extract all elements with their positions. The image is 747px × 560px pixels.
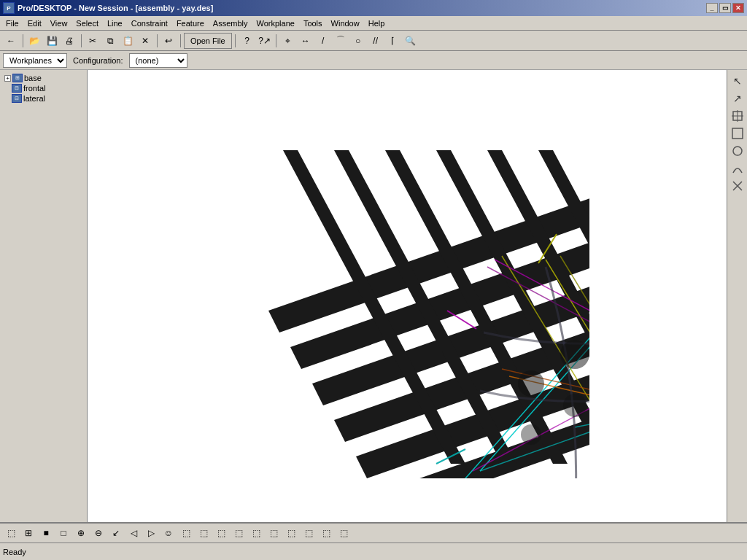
save-button[interactable]: 💾 bbox=[44, 33, 60, 49]
rt-cross-btn[interactable] bbox=[729, 178, 746, 194]
main-area: + ⊞ base ⊟ frontal ⊟ lateral bbox=[0, 70, 747, 522]
main-toolbar: ← 📂 💾 🖨 ✂ ⧉ 📋 ✕ ↩ Open File ? ?↗ ⌖ ↔ / ⌒… bbox=[0, 31, 747, 51]
bt-move-btn[interactable]: ⬚ bbox=[213, 525, 229, 541]
svg-point-34 bbox=[521, 424, 541, 445]
bt-wire-btn[interactable]: □ bbox=[55, 525, 71, 541]
workplane-bar: Workplanes Configuration: (none) bbox=[0, 51, 747, 70]
workplane-select[interactable]: Workplanes bbox=[3, 53, 67, 68]
tree-label-lateral: lateral bbox=[23, 94, 45, 103]
delete-button[interactable]: ✕ bbox=[137, 33, 153, 49]
restore-button[interactable]: ▭ bbox=[719, 3, 731, 13]
workplane-icon-base: ⊞ bbox=[12, 74, 23, 82]
help-button[interactable]: ? bbox=[239, 33, 255, 49]
menu-file[interactable]: File bbox=[1, 18, 23, 29]
window-title: Pro/DESKTOP - New Session - [assembly - … bbox=[18, 4, 213, 12]
bt-export-btn[interactable]: ⬚ bbox=[336, 525, 352, 541]
bt-constraint-btn[interactable]: ⬚ bbox=[318, 525, 334, 541]
rt-select-btn[interactable]: ↖ bbox=[729, 73, 746, 89]
app-icon: P bbox=[3, 2, 15, 14]
sep5 bbox=[233, 33, 238, 49]
menu-workplane[interactable]: Workplane bbox=[252, 18, 298, 29]
bt-ungroup-btn[interactable]: ⬚ bbox=[283, 525, 299, 541]
open-button[interactable]: 📂 bbox=[26, 33, 42, 49]
bt-group-btn[interactable]: ⬚ bbox=[266, 525, 282, 541]
move-button[interactable]: ↔ bbox=[298, 33, 314, 49]
title-bar-left: P Pro/DESKTOP - New Session - [assembly … bbox=[3, 2, 213, 14]
search-btn[interactable]: 🔍 bbox=[403, 33, 419, 49]
menu-constraint[interactable]: Constraint bbox=[127, 18, 172, 29]
menu-feature[interactable]: Feature bbox=[172, 18, 209, 29]
menu-help[interactable]: Help bbox=[364, 18, 390, 29]
line-btn[interactable]: / bbox=[315, 33, 331, 49]
bt-show-btn[interactable]: ⬚ bbox=[248, 525, 264, 541]
workplane-icon-frontal: ⊟ bbox=[12, 84, 22, 93]
bt-arrow-r[interactable]: ▷ bbox=[143, 525, 159, 541]
close-button[interactable]: ✕ bbox=[732, 3, 744, 13]
viewport[interactable] bbox=[88, 70, 727, 522]
sep6 bbox=[274, 33, 279, 49]
bt-fit-btn[interactable]: ⬚ bbox=[3, 525, 19, 541]
rt-zoom-btn[interactable] bbox=[729, 125, 746, 141]
menu-select[interactable]: Select bbox=[71, 18, 103, 29]
bt-arrow-l[interactable]: ◁ bbox=[125, 525, 142, 541]
tree-item-lateral[interactable]: ⊟ lateral bbox=[3, 93, 84, 104]
snap-btn[interactable]: // bbox=[368, 33, 384, 49]
configuration-select[interactable]: (none) bbox=[129, 53, 187, 68]
sep3 bbox=[155, 33, 159, 49]
bt-face-btn[interactable]: ☺ bbox=[160, 525, 177, 541]
bt-zoomout-btn[interactable]: ⊖ bbox=[90, 525, 107, 541]
arc-btn[interactable]: ⌒ bbox=[333, 33, 349, 49]
open-file-button[interactable]: Open File bbox=[184, 33, 232, 49]
circle-btn[interactable]: ○ bbox=[350, 33, 366, 49]
svg-rect-40 bbox=[732, 128, 743, 139]
copy-button[interactable]: ⧉ bbox=[102, 33, 118, 49]
rt-pan-btn[interactable] bbox=[729, 108, 746, 124]
title-bar-controls: _ ▭ ✕ bbox=[706, 3, 744, 13]
svg-point-33 bbox=[563, 394, 587, 417]
menu-tools[interactable]: Tools bbox=[299, 18, 327, 29]
bt-solid-btn[interactable]: ■ bbox=[38, 525, 54, 541]
menu-line[interactable]: Line bbox=[103, 18, 127, 29]
menu-window[interactable]: Window bbox=[327, 18, 364, 29]
sep4 bbox=[178, 33, 182, 49]
fillet-btn[interactable]: ⌈ bbox=[385, 33, 401, 49]
undo-button[interactable]: ↩ bbox=[160, 33, 177, 49]
left-panel: + ⊞ base ⊟ frontal ⊟ lateral bbox=[0, 70, 88, 522]
pointer-button[interactable]: ⌖ bbox=[280, 33, 296, 49]
bt-arrow-dl[interactable]: ↙ bbox=[108, 525, 124, 541]
bt-layer-btn[interactable]: ⬚ bbox=[178, 525, 194, 541]
cut-button[interactable]: ✂ bbox=[85, 33, 101, 49]
rt-arc-btn[interactable] bbox=[729, 160, 746, 176]
tree-item-base[interactable]: + ⊞ base bbox=[3, 73, 84, 83]
svg-point-29 bbox=[560, 340, 589, 369]
status-text: Ready bbox=[3, 548, 26, 556]
rt-circle-btn[interactable] bbox=[729, 143, 746, 159]
tree-label-base: base bbox=[24, 74, 42, 82]
menu-view[interactable]: View bbox=[46, 18, 72, 29]
help2-button[interactable]: ?↗ bbox=[257, 33, 273, 49]
bt-prev-btn[interactable]: ⊞ bbox=[20, 525, 36, 541]
menu-bar: File Edit View Select Line Constraint Fe… bbox=[0, 16, 747, 31]
menu-assembly[interactable]: Assembly bbox=[209, 18, 252, 29]
bottom-toolbar: ⬚ ⊞ ■ □ ⊕ ⊖ ↙ ◁ ▷ ☺ ⬚ ⬚ ⬚ ⬚ ⬚ ⬚ ⬚ ⬚ ⬚ ⬚ bbox=[0, 522, 747, 542]
bt-copy-btn[interactable]: ⬚ bbox=[196, 525, 212, 541]
rt-rotate-btn[interactable]: ↗ bbox=[729, 90, 746, 106]
3d-assembly-view bbox=[88, 70, 727, 522]
tree-item-frontal[interactable]: ⊟ frontal bbox=[3, 83, 84, 93]
minimize-button[interactable]: _ bbox=[706, 3, 718, 13]
menu-edit[interactable]: Edit bbox=[23, 18, 46, 29]
bt-snap-btn[interactable]: ⬚ bbox=[301, 525, 317, 541]
config-label: Configuration: bbox=[73, 56, 123, 65]
back-button[interactable]: ← bbox=[3, 33, 19, 49]
bt-zoomin-btn[interactable]: ⊕ bbox=[73, 525, 89, 541]
expand-base[interactable]: + bbox=[4, 75, 11, 82]
workplane-icon-lateral: ⊟ bbox=[12, 94, 22, 103]
sep1 bbox=[20, 33, 25, 49]
paste-button[interactable]: 📋 bbox=[120, 33, 136, 49]
status-bar: Ready bbox=[0, 542, 747, 560]
tree-label-frontal: frontal bbox=[23, 84, 46, 93]
svg-point-31 bbox=[518, 370, 544, 397]
print-button[interactable]: 🖨 bbox=[61, 33, 77, 49]
right-toolbar: ↖ ↗ bbox=[727, 70, 747, 522]
bt-hide-btn[interactable]: ⬚ bbox=[231, 525, 247, 541]
